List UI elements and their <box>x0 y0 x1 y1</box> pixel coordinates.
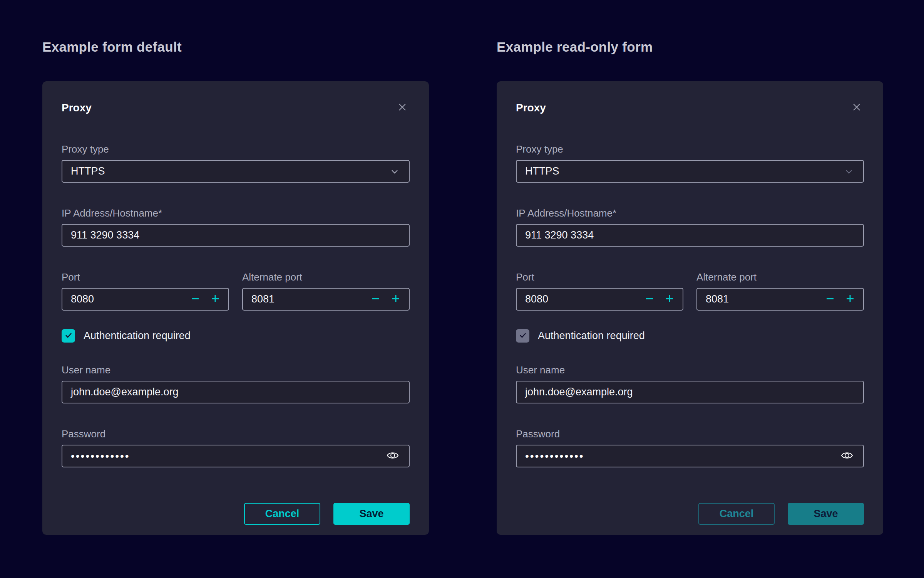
check-icon <box>518 331 527 341</box>
plus-icon <box>844 292 857 306</box>
minus-icon <box>369 292 382 306</box>
chevron-down-icon <box>389 166 400 177</box>
alternate-port-decrement-button[interactable] <box>366 289 386 309</box>
plus-icon <box>389 292 402 306</box>
username-input: john.doe@example.org <box>516 381 864 403</box>
toggle-password-visibility-button[interactable] <box>385 448 400 464</box>
port-label: Port <box>62 271 229 283</box>
dialog-header: Proxy <box>42 81 429 116</box>
ports-row: Port 8080 <box>62 271 410 311</box>
port-value: 8080 <box>71 293 185 305</box>
port-input[interactable]: 8080 <box>62 288 229 311</box>
port-label: Port <box>516 271 683 283</box>
proxy-type-value: HTTPS <box>71 165 389 177</box>
password-input[interactable]: •••••••••••• <box>62 445 410 467</box>
auth-checkbox-row: Authentication required <box>62 329 410 343</box>
username-value: john.doe@example.org <box>71 386 400 398</box>
alternate-port-label: Alternate port <box>242 271 410 283</box>
dialog-buttons: Cancel Save <box>516 503 864 525</box>
password-value: •••••••••••• <box>525 445 839 467</box>
ip-group: IP Address/Hostname* 911 3290 3334 <box>62 207 410 247</box>
password-group: Password •••••••••••• <box>516 428 864 467</box>
proxy-type-value: HTTPS <box>525 165 843 177</box>
cancel-button: Cancel <box>698 503 775 525</box>
alternate-port-input[interactable]: 8081 <box>242 288 410 311</box>
alternate-port-input: 8081 <box>696 288 864 311</box>
username-label: User name <box>516 364 864 376</box>
section-readonly-form: Example read-only form Proxy Proxy type … <box>497 0 883 578</box>
close-icon <box>397 101 408 114</box>
alternate-port-decrement-button <box>820 289 840 309</box>
auth-checkbox-label: Authentication required <box>538 330 645 342</box>
proxy-type-select[interactable]: HTTPS <box>62 160 410 183</box>
username-group: User name john.doe@example.org <box>516 364 864 403</box>
proxy-dialog-readonly: Proxy Proxy type HTTPS IP Address/Hostna… <box>497 81 883 535</box>
ports-row: Port 8080 <box>516 271 864 311</box>
ip-group: IP Address/Hostname* 911 3290 3334 <box>516 207 864 247</box>
alternate-port-value: 8081 <box>706 293 820 305</box>
port-group: Port 8080 <box>516 271 683 311</box>
ip-label: IP Address/Hostname* <box>62 207 410 219</box>
proxy-type-select: HTTPS <box>516 160 864 183</box>
password-value: •••••••••••• <box>71 445 385 467</box>
minus-icon <box>189 292 202 306</box>
auth-checkbox[interactable] <box>62 329 75 343</box>
section-title: Example read-only form <box>497 39 653 55</box>
plus-icon <box>663 292 676 306</box>
password-label: Password <box>62 428 410 440</box>
plus-icon <box>209 292 222 306</box>
save-button[interactable]: Save <box>333 503 410 525</box>
ip-label: IP Address/Hostname* <box>516 207 864 219</box>
ip-input[interactable]: 911 3290 3334 <box>62 224 410 247</box>
port-input: 8080 <box>516 288 683 311</box>
port-increment-button[interactable] <box>205 289 225 309</box>
eye-icon <box>840 449 854 464</box>
dialog-title: Proxy <box>62 102 92 114</box>
password-label: Password <box>516 428 864 440</box>
auth-checkbox-row: Authentication required <box>516 329 864 343</box>
minus-icon <box>643 292 656 306</box>
ip-input: 911 3290 3334 <box>516 224 864 247</box>
alternate-port-group: Alternate port 8081 <box>242 271 410 311</box>
dialog-body: Proxy type HTTPS IP Address/Hostname* 91… <box>497 143 883 525</box>
port-decrement-button <box>639 289 660 309</box>
cancel-button[interactable]: Cancel <box>244 503 320 525</box>
proxy-type-group: Proxy type HTTPS <box>516 143 864 183</box>
dialog-title: Proxy <box>516 102 546 114</box>
port-decrement-button[interactable] <box>185 289 205 309</box>
close-button[interactable] <box>849 100 864 116</box>
username-label: User name <box>62 364 410 376</box>
proxy-type-label: Proxy type <box>62 143 410 155</box>
ip-value: 911 3290 3334 <box>525 229 855 241</box>
dialog-buttons: Cancel Save <box>62 503 410 525</box>
auth-checkbox-label: Authentication required <box>84 330 191 342</box>
proxy-dialog-default: Proxy Proxy type HTTPS IP Address/Hostna… <box>42 81 429 535</box>
toggle-password-visibility-button <box>839 448 855 464</box>
section-title: Example form default <box>42 39 182 55</box>
password-group: Password •••••••••••• <box>62 428 410 467</box>
alternate-port-value: 8081 <box>251 293 366 305</box>
proxy-type-label: Proxy type <box>516 143 864 155</box>
password-input: •••••••••••• <box>516 445 864 467</box>
check-icon <box>64 331 73 341</box>
username-input[interactable]: john.doe@example.org <box>62 381 410 403</box>
username-value: john.doe@example.org <box>525 386 855 398</box>
port-value: 8080 <box>525 293 639 305</box>
chevron-down-icon <box>843 166 855 177</box>
port-group: Port 8080 <box>62 271 229 311</box>
dialog-header: Proxy <box>497 81 883 116</box>
alternate-port-group: Alternate port 8081 <box>696 271 864 311</box>
alternate-port-increment-button[interactable] <box>386 289 406 309</box>
section-default-form: Example form default Proxy Proxy type HT… <box>42 0 429 578</box>
auth-checkbox <box>516 329 529 343</box>
save-button: Save <box>788 503 864 525</box>
alternate-port-increment-button <box>840 289 860 309</box>
minus-icon <box>824 292 837 306</box>
username-group: User name john.doe@example.org <box>62 364 410 403</box>
close-button[interactable] <box>395 100 410 116</box>
ip-value: 911 3290 3334 <box>71 229 400 241</box>
eye-icon <box>386 449 400 464</box>
proxy-type-group: Proxy type HTTPS <box>62 143 410 183</box>
port-increment-button <box>660 289 680 309</box>
close-icon <box>851 101 862 114</box>
